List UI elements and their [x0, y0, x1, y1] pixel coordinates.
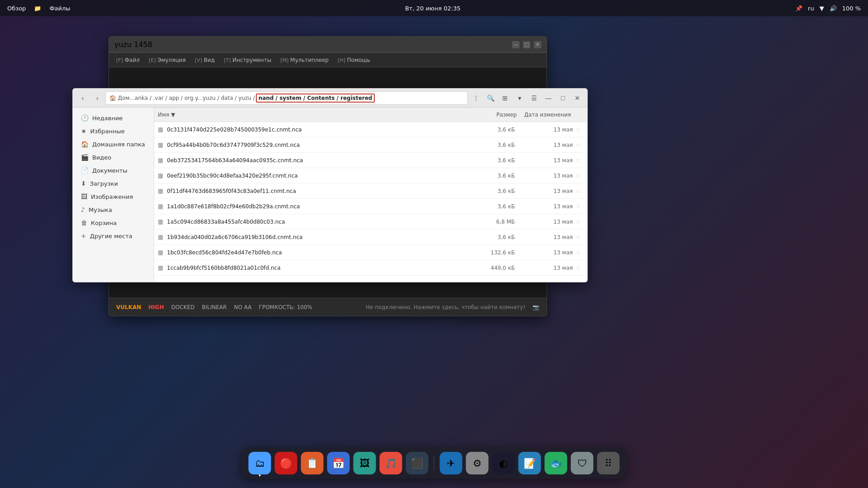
fm-forward-button[interactable]: ›: [91, 92, 104, 104]
dock-item-app[interactable]: ◐: [492, 452, 515, 474]
lang-label[interactable]: ru: [808, 5, 814, 12]
table-row[interactable]: ▦ 1bc03fc8ecd56c804fd2e4d47e7b0feb.nca 1…: [154, 245, 587, 260]
favorite-star[interactable]: ☆: [573, 173, 584, 179]
favorite-star[interactable]: ☆: [573, 265, 584, 271]
dock-item-notes[interactable]: 📝: [519, 452, 541, 474]
dock-item-grid[interactable]: ⠿: [597, 452, 620, 474]
favorite-star[interactable]: ☆: [573, 234, 584, 240]
file-size: 3,6 кБ: [473, 173, 519, 179]
favorite-star[interactable]: ☆: [573, 142, 584, 148]
table-row[interactable]: ▦ 0eb37253417564b634a64094aac0935c.cnmt.…: [154, 153, 587, 168]
yuzu-minimize-button[interactable]: —: [512, 41, 519, 48]
yuzu-menu-эмуляция[interactable]: [E] Эмуляция: [145, 55, 189, 65]
taskbar-center: Вт, 20 июня 02:35: [405, 5, 461, 12]
file-size: 6,8 МБ: [473, 219, 519, 225]
favorite-star[interactable]: ☆: [573, 203, 584, 210]
file-date: 13 мая: [519, 173, 573, 179]
dock-item-testflight[interactable]: ✈: [440, 452, 462, 474]
dock-item-files[interactable]: 🗂: [249, 452, 271, 474]
sidebar-label: Загрузки: [90, 180, 118, 187]
col-sort-icon: ▼: [171, 112, 175, 118]
favorite-star[interactable]: ☆: [573, 127, 584, 133]
yuzu-menu-файл[interactable]: [F] Файл: [113, 55, 143, 65]
sidebar-item-домашняя-папка[interactable]: 🏠Домашняя папка: [75, 138, 152, 150]
yuzu-menu-мультиплеер[interactable]: [M] Мультиплеер: [277, 55, 332, 65]
yuzu-close-button[interactable]: ✕: [534, 41, 541, 48]
yuzu-maximize-button[interactable]: □: [523, 41, 530, 48]
taskbar-right: 📌 ru ▼ 🔊 100 %: [795, 5, 861, 12]
fm-main: Имя ▼ Размер Дата изменения ▦ 0c3131f474…: [154, 108, 587, 282]
fm-restore-button[interactable]: □: [557, 92, 569, 104]
dock-item-contacts[interactable]: 📋: [301, 452, 324, 474]
sidebar-item-загрузки[interactable]: ⬇Загрузки: [75, 177, 152, 190]
file-size: 3,6 кБ: [473, 157, 519, 164]
sidebar-label: Документы: [92, 167, 127, 174]
yuzu-menu-помощь[interactable]: [H] Помощь: [334, 55, 374, 65]
sidebar-icon: 🏠: [81, 141, 89, 148]
favorite-star[interactable]: ☆: [573, 157, 584, 164]
dock-item-music[interactable]: 🎵: [380, 452, 402, 474]
dock-item-finder[interactable]: 🐟: [545, 452, 567, 474]
breadcrumb-path: 🏠 Дом...anka / .var / app / org.y...yuzu…: [109, 95, 255, 101]
fm-view-toggle-button[interactable]: ▾: [513, 92, 526, 104]
dock-item-yandex[interactable]: 🔴: [275, 452, 297, 474]
sidebar-item-изображения[interactable]: 🖼Изображения: [75, 190, 152, 203]
favorite-star[interactable]: ☆: [573, 188, 584, 194]
fm-back-button[interactable]: ‹: [76, 92, 89, 104]
fm-grid-view-button[interactable]: ⊞: [499, 92, 511, 104]
status-high: HIGH: [148, 304, 164, 310]
sidebar-item-другие-места[interactable]: +Другие места: [75, 230, 152, 242]
sidebar-item-музыка[interactable]: ♪Музыка: [75, 203, 152, 216]
file-name: 0eef2190b35bc90c4d8efaa3420e295f.cnmt.nc…: [167, 173, 473, 179]
favorite-star[interactable]: ☆: [573, 249, 584, 256]
file-name: 0c3131f4740d225e028b745000359e1c.cnmt.nc…: [167, 127, 473, 133]
table-row[interactable]: ▦ 0eef2190b35bc90c4d8efaa3420e295f.cnmt.…: [154, 168, 587, 183]
status-network[interactable]: Не подключено. Нажмите здесь, чтобы найт…: [366, 304, 525, 310]
fm-search-button[interactable]: 🔍: [484, 92, 497, 104]
table-row[interactable]: ▦ 1a5c094cd86833a8a455afc4b0d80c03.nca 6…: [154, 214, 587, 230]
fm-breadcrumb[interactable]: 🏠 Дом...anka / .var / app / org.y...yuzu…: [105, 91, 468, 105]
overview-label[interactable]: Обзор: [7, 5, 26, 12]
dock-item-settings[interactable]: ⚙: [466, 452, 489, 474]
sidebar-icon: ♪: [81, 206, 85, 213]
dock-item-calendar[interactable]: 📅: [327, 452, 350, 474]
fm-split-button[interactable]: —: [542, 92, 555, 104]
screenshot-icon: 📷: [533, 304, 539, 310]
sidebar-item-избранные[interactable]: ★Избранные: [75, 125, 152, 137]
table-row[interactable]: ▦ 0f11df44763d683965f0f43c83a0ef11.cnmt.…: [154, 183, 587, 199]
file-size: 3,6 кБ: [473, 203, 519, 210]
yuzu-menu-вид[interactable]: [V] Вид: [191, 55, 218, 65]
dock-item-terminal[interactable]: ⬛: [406, 452, 429, 474]
table-row[interactable]: ▦ 1ccab9b9bfcf5160bb8fd8021a01c0fd.nca 4…: [154, 260, 587, 276]
table-row[interactable]: ▦ 1a1d0c887e618f8b02cf94e60db2b29a.cnmt.…: [154, 199, 587, 214]
favorite-star[interactable]: ☆: [573, 219, 584, 225]
sidebar-icon: 🖼: [81, 193, 87, 200]
sidebar-item-недавние[interactable]: 🕐Недавние: [75, 112, 152, 124]
status-volume: ГРОМКОСТЬ: 100%: [259, 304, 312, 310]
dock-item-photos[interactable]: 🖼: [354, 452, 376, 474]
yuzu-titlebar: yuzu 1458 — □ ✕: [109, 37, 547, 53]
sidebar-label: Корзина: [91, 220, 117, 226]
dock-item-app2[interactable]: 🛡: [571, 452, 594, 474]
file-date: 13 мая: [519, 234, 573, 240]
fm-list-view-button[interactable]: ☰: [528, 92, 540, 104]
breadcrumb-highlighted: nand / system / Contents / registered: [256, 94, 375, 103]
sidebar-label: Недавние: [92, 115, 123, 122]
file-name: 1a1d0c887e618f8b02cf94e60db2b29a.cnmt.nc…: [167, 203, 473, 210]
fm-close-button[interactable]: ✕: [571, 92, 584, 104]
table-row[interactable]: ▦ 1b934dca040d02a6c6706ca919b3106d.cnmt.…: [154, 230, 587, 245]
table-row[interactable]: ▦ 0c3131f4740d225e028b745000359e1c.cnmt.…: [154, 122, 587, 137]
file-name: 1a5c094cd86833a8a455afc4b0d80c03.nca: [167, 219, 473, 225]
sidebar-item-документы[interactable]: 📄Документы: [75, 164, 152, 177]
fm-more-button[interactable]: ⋮: [470, 92, 482, 104]
files-label[interactable]: Файлы: [49, 5, 70, 12]
file-icon: ▦: [158, 141, 163, 148]
file-name: 1bc03fc8ecd56c804fd2e4d47e7b0feb.nca: [167, 249, 473, 256]
sidebar-item-видео[interactable]: 🎬Видео: [75, 151, 152, 164]
yuzu-menu-инструменты[interactable]: [T] Инструменты: [220, 55, 275, 65]
dock: 🗂🔴📋📅🖼🎵⬛✈⚙◐📝🐟🛡⠿: [241, 447, 627, 479]
table-row[interactable]: ▦ 0cf95a44b4b0b70c6d37477909f3c529.cnmt.…: [154, 137, 587, 153]
sidebar-item-корзина[interactable]: 🗑Корзина: [75, 216, 152, 229]
status-vulkan: VULKAN: [116, 304, 141, 310]
taskbar-left: Обзор 📁 Файлы: [7, 5, 71, 12]
